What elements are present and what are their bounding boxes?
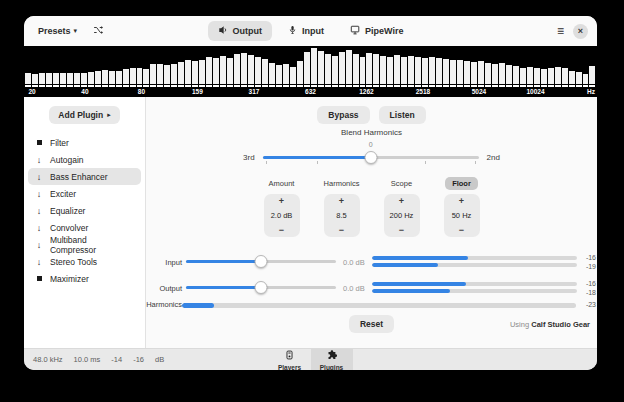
spinner-value[interactable]: 50 Hz bbox=[444, 208, 480, 223]
tab-label: Output bbox=[233, 26, 263, 36]
sidebar-item-maximizer[interactable]: Maximizer bbox=[28, 270, 141, 287]
spectrum-bar bbox=[81, 73, 87, 84]
bottom-tab-plugins[interactable]: Plugins bbox=[311, 349, 353, 370]
bottom-tab-players[interactable]: Players bbox=[269, 349, 311, 370]
increment-button[interactable]: + bbox=[444, 194, 480, 208]
spectrum-bar bbox=[276, 65, 282, 84]
output-gain-slider[interactable] bbox=[186, 281, 336, 294]
spectrum-tick bbox=[513, 85, 519, 87]
spectrum-tick bbox=[109, 85, 115, 87]
spectrum-bar bbox=[130, 68, 136, 84]
axis-unit: Hz bbox=[587, 88, 595, 95]
spectrum-bar bbox=[199, 60, 205, 84]
add-plugin-label: Add Plugin bbox=[58, 110, 103, 120]
spectrum-tick bbox=[199, 85, 205, 87]
sidebar-item-autogain[interactable]: ↓Autogain bbox=[28, 151, 141, 168]
spectrum-tick bbox=[67, 85, 73, 87]
tab-input[interactable]: Input bbox=[278, 21, 334, 41]
spectrum-tick bbox=[478, 85, 484, 87]
presets-button[interactable]: Presets ▾ bbox=[34, 23, 81, 39]
axis-label: 2518 bbox=[416, 88, 430, 95]
spectrum-tick bbox=[262, 85, 268, 87]
bypass-button[interactable]: Bypass bbox=[317, 106, 369, 124]
add-plugin-button[interactable]: Add Plugin ▸ bbox=[49, 106, 119, 124]
spinner-harmonics: Harmonics+8.5− bbox=[324, 177, 360, 237]
parameter-spinners: Amount+2.0 dB−Harmonics+8.5−Scope+200 Hz… bbox=[146, 177, 597, 237]
spectrum-bar bbox=[527, 67, 533, 84]
input-gain-slider[interactable] bbox=[186, 255, 336, 268]
sidebar-item-multiband-compressor[interactable]: ↓Multiband Compressor bbox=[28, 236, 141, 253]
spectrum-tick bbox=[583, 85, 589, 87]
decrement-button[interactable]: − bbox=[444, 223, 480, 237]
sidebar-item-equalizer[interactable]: ↓Equalizer bbox=[28, 202, 141, 219]
blend-harmonics-slider[interactable]: 0 bbox=[263, 151, 479, 164]
spectrum-tick bbox=[443, 85, 449, 87]
spectrum-bar bbox=[32, 74, 38, 84]
spectrum-bar bbox=[262, 59, 268, 84]
spectrum-bar bbox=[520, 68, 526, 84]
spectrum-tick bbox=[297, 85, 303, 87]
down-arrow-icon: ↓ bbox=[35, 155, 43, 165]
tab-output[interactable]: Output bbox=[208, 21, 273, 41]
sidebar-item-exciter[interactable]: ↓Exciter bbox=[28, 185, 141, 202]
spectrum-bar bbox=[157, 64, 163, 84]
spectrum-tick bbox=[527, 85, 533, 87]
plugin-label: Bass Enhancer bbox=[50, 172, 108, 182]
slider-handle[interactable] bbox=[255, 281, 268, 294]
spectrum-tick bbox=[60, 85, 66, 87]
menu-icon[interactable]: ≡ bbox=[557, 25, 564, 37]
spectrum-tick bbox=[157, 85, 163, 87]
slider-handle[interactable] bbox=[255, 255, 268, 268]
speaker-icon bbox=[218, 25, 228, 37]
close-icon[interactable]: × bbox=[573, 24, 588, 39]
decrement-button[interactable]: − bbox=[384, 223, 420, 237]
spectrum-tick bbox=[227, 85, 233, 87]
credit-prefix: Using bbox=[510, 320, 529, 329]
sidebar-item-stereo-tools[interactable]: ↓Stereo Tools bbox=[28, 253, 141, 270]
increment-button[interactable]: + bbox=[264, 194, 300, 208]
sidebar-item-bass-enhancer[interactable]: ↓Bass Enhancer bbox=[28, 168, 141, 185]
spinner-value[interactable]: 8.5 bbox=[324, 208, 360, 223]
spectrum-bar bbox=[450, 60, 456, 84]
status-value: 48.0 kHz bbox=[33, 355, 63, 364]
spinner-box: +200 Hz− bbox=[384, 194, 420, 237]
increment-button[interactable]: + bbox=[384, 194, 420, 208]
decrement-button[interactable]: − bbox=[324, 223, 360, 237]
row-label: Output bbox=[146, 284, 182, 293]
spectrum-tick bbox=[485, 85, 491, 87]
slider-handle[interactable] bbox=[364, 151, 377, 164]
bottom-tabs: PlayersPlugins bbox=[269, 349, 353, 370]
down-arrow-icon: ↓ bbox=[35, 189, 43, 199]
sidebar-item-filter[interactable]: Filter bbox=[28, 134, 141, 151]
spectrum-tick bbox=[325, 85, 331, 87]
spectrum-tick bbox=[506, 85, 512, 87]
sidebar-item-convolver[interactable]: ↓Convolver bbox=[28, 219, 141, 236]
spinner-value[interactable]: 200 Hz bbox=[384, 208, 420, 223]
harmonics-level-meter bbox=[182, 303, 576, 308]
decrement-button[interactable]: − bbox=[264, 223, 300, 237]
floor-toggle-button[interactable]: Floor bbox=[445, 177, 478, 190]
plugin-label: Exciter bbox=[50, 189, 76, 199]
reset-button[interactable]: Reset bbox=[349, 315, 394, 333]
spectrum-bar bbox=[290, 67, 296, 84]
spectrum-bar bbox=[548, 68, 554, 84]
spectrum-bar bbox=[583, 74, 589, 84]
spectrum-tick bbox=[436, 85, 442, 87]
listen-button[interactable]: Listen bbox=[379, 106, 426, 124]
spectrum-tick bbox=[53, 85, 59, 87]
spectrum-bar bbox=[192, 61, 198, 84]
spectrum-bar bbox=[311, 48, 317, 84]
spectrum-bars bbox=[25, 47, 596, 84]
spectrum-bar bbox=[88, 72, 94, 84]
spectrum-bar bbox=[589, 66, 595, 84]
increment-button[interactable]: + bbox=[324, 194, 360, 208]
shuffle-button[interactable] bbox=[89, 22, 108, 40]
tab-pipewire[interactable]: PipeWire bbox=[340, 21, 413, 41]
spectrum-tick bbox=[450, 85, 456, 87]
spectrum-tick bbox=[213, 85, 219, 87]
spectrum-bar bbox=[95, 71, 101, 84]
bottom-tab-label: Plugins bbox=[320, 364, 343, 370]
spinner-value[interactable]: 2.0 dB bbox=[264, 208, 300, 223]
spectrum-bar bbox=[143, 69, 149, 84]
down-arrow-icon: ↓ bbox=[35, 257, 43, 267]
